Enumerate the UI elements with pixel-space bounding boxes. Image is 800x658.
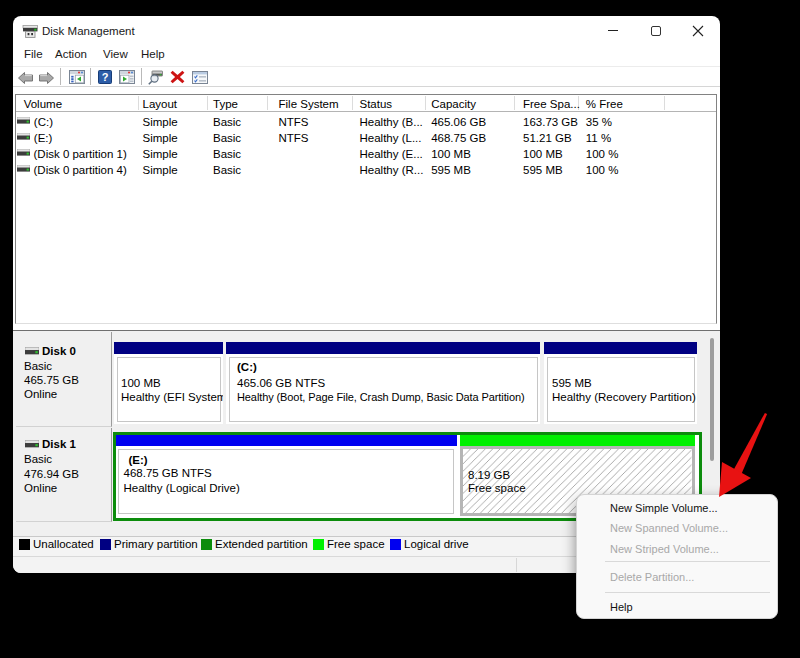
svg-text:?: ?	[102, 71, 109, 83]
